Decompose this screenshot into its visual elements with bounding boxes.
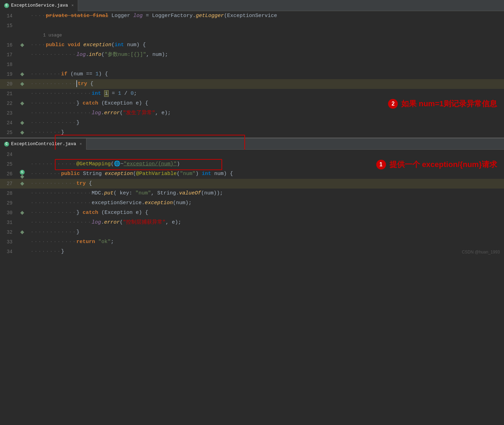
tab-exception-controller[interactable]: C ExceptionController.java × bbox=[0, 139, 86, 150]
line-25-content: ········} bbox=[28, 128, 504, 138]
bottom-gutter-25 bbox=[17, 159, 28, 169]
code-line-19: 19 ········if (num == 1) { bbox=[0, 69, 504, 79]
line-num-14: 14 bbox=[0, 11, 17, 21]
code-line-14: 14 ····private static final Logger log =… bbox=[0, 11, 504, 21]
bottom-gutter-33 bbox=[17, 237, 28, 247]
bottom-line-30-content: ············} catch (Exception e) { bbox=[28, 208, 504, 218]
gutter-24 bbox=[17, 118, 28, 128]
bottom-num-28: 28 bbox=[0, 189, 17, 198]
code-line-21: 21 ················int i = 1 / 0; bbox=[0, 89, 504, 99]
line-20-content: ············try { bbox=[28, 79, 504, 89]
tab-close-button-2[interactable]: × bbox=[79, 142, 82, 146]
gutter-16 bbox=[17, 40, 28, 50]
gutter-usage bbox=[17, 31, 28, 40]
code-line-22: 22 ············} catch (Exception e) { 2… bbox=[0, 99, 504, 108]
gutter-25 bbox=[17, 128, 28, 138]
line-21-content: ················int i = 1 / 0; bbox=[28, 89, 504, 99]
bottom-num-30: 30 bbox=[0, 208, 17, 218]
gutter-18 bbox=[17, 60, 28, 69]
bottom-num-33: 33 bbox=[0, 237, 17, 247]
code-line-25: 25 ········} bbox=[0, 128, 504, 138]
tab-close-button[interactable]: × bbox=[72, 3, 74, 8]
line-num-23: 23 bbox=[0, 108, 17, 118]
gutter-19 bbox=[17, 69, 28, 79]
java-file-icon: C bbox=[4, 3, 9, 8]
line-16-content: ····public void exception(int num) { bbox=[28, 40, 504, 50]
bottom-line-25: 25 ············@GetMapping(🌐~"exception/… bbox=[0, 159, 504, 169]
line-24-content: ············} bbox=[28, 118, 504, 128]
bottom-gutter-31 bbox=[17, 218, 28, 227]
bottom-tab-bar: C ExceptionController.java × bbox=[0, 139, 504, 150]
code-line-usage: 1 usage bbox=[0, 31, 504, 40]
code-line-24: 24 ············} bbox=[0, 118, 504, 128]
line-num-25: 25 bbox=[0, 128, 17, 138]
bottom-line-24: 24 bbox=[0, 150, 504, 159]
bottom-line-24-content bbox=[28, 150, 504, 159]
line-num-22: 22 bbox=[0, 99, 17, 108]
line-usage-content: 1 usage bbox=[28, 31, 504, 40]
bottom-gutter-27 bbox=[17, 179, 28, 189]
gutter-14 bbox=[17, 11, 28, 21]
bottom-line-33: 33 ············return "ok"; bbox=[0, 237, 504, 247]
bottom-line-34: 34 ········} bbox=[0, 247, 504, 257]
bottom-line-31: 31 ················log.error("控制层捕获异常", … bbox=[0, 218, 504, 227]
tab-exception-service[interactable]: C ExceptionService.java × bbox=[0, 0, 78, 11]
line-17-content: ············log.info("参数num:[{}]", num); bbox=[28, 50, 504, 60]
line-num-20: 20 bbox=[0, 79, 17, 89]
gutter-15 bbox=[17, 21, 28, 31]
bottom-line-29-content: ················exceptionService.excepti… bbox=[28, 198, 504, 208]
editor-container: C ExceptionService.java × 14 ····private… bbox=[0, 0, 504, 257]
bottom-num-34: 34 bbox=[0, 247, 17, 257]
bottom-gutter-30 bbox=[17, 208, 28, 218]
bottom-num-26: 26 bbox=[0, 169, 17, 179]
line-num-16: 16 bbox=[0, 40, 17, 50]
line-num-19: 19 bbox=[0, 69, 17, 79]
line-14-content: ····private static final Logger log = Lo… bbox=[28, 11, 504, 21]
bottom-line-26: 26 C ········public String exception(@Pa… bbox=[0, 169, 504, 179]
gutter-17 bbox=[17, 50, 28, 60]
bottom-num-27: 27 bbox=[0, 179, 17, 189]
bottom-num-31: 31 bbox=[0, 218, 17, 227]
bottom-line-25-content: ············@GetMapping(🌐~"exception/{nu… bbox=[28, 159, 504, 169]
bottom-gutter-34 bbox=[17, 247, 28, 257]
java-file-icon-2: C bbox=[4, 142, 9, 147]
line-num-17: 17 bbox=[0, 50, 17, 60]
bottom-gutter-29 bbox=[17, 198, 28, 208]
line-num-15: 15 bbox=[0, 21, 17, 31]
bottom-line-28: 28 ················MDC.put( key: "num", … bbox=[0, 189, 504, 198]
code-line-17: 17 ············log.info("参数num:[{}]", nu… bbox=[0, 50, 504, 60]
gutter-22 bbox=[17, 99, 28, 108]
gutter-20 bbox=[17, 79, 28, 89]
line-num-24: 24 bbox=[0, 118, 17, 128]
bottom-gutter-32 bbox=[17, 227, 28, 237]
bottom-gutter-26: C bbox=[17, 169, 28, 179]
gutter-21 bbox=[17, 89, 28, 99]
code-line-15: 15 bbox=[0, 21, 504, 31]
bottom-line-31-content: ················log.error("控制层捕获异常", e); bbox=[28, 218, 504, 227]
bottom-line-33-content: ············return "ok"; bbox=[28, 237, 504, 247]
line-num-21: 21 bbox=[0, 89, 17, 99]
bottom-line-30: 30 ············} catch (Exception e) { bbox=[0, 208, 504, 218]
bottom-line-27: 27 ············try { bbox=[0, 179, 504, 189]
line-18-content bbox=[28, 60, 504, 69]
line-23-content: ················log.error("发生了异常", e); bbox=[28, 108, 504, 118]
line-15-content bbox=[28, 21, 504, 31]
tab-filename: ExceptionService.java bbox=[11, 3, 68, 8]
bottom-line-32: 32 ············} bbox=[0, 227, 504, 237]
bottom-line-32-content: ············} bbox=[28, 227, 504, 237]
bottom-line-26-content: ········public String exception(@PathVar… bbox=[28, 169, 504, 179]
bottom-code-panel: 24 25 ············@GetMapping(🌐~"excepti… bbox=[0, 150, 504, 257]
line-num-18: 18 bbox=[0, 60, 17, 69]
top-code-lines: 14 ····private static final Logger log =… bbox=[0, 11, 504, 138]
bottom-num-25: 25 bbox=[0, 159, 17, 169]
bottom-line-34-content: ········} bbox=[28, 247, 504, 257]
bottom-num-24: 24 bbox=[0, 150, 17, 159]
bottom-num-29: 29 bbox=[0, 198, 17, 208]
line-num-usage bbox=[0, 31, 17, 40]
code-line-16: 16 ····public void exception(int num) { bbox=[0, 40, 504, 50]
bottom-gutter-28 bbox=[17, 189, 28, 198]
line-19-content: ········if (num == 1) { bbox=[28, 69, 504, 79]
bottom-line-28-content: ················MDC.put( key: "num", Str… bbox=[28, 189, 504, 198]
top-tab-bar: C ExceptionService.java × bbox=[0, 0, 504, 11]
tab-filename-2: ExceptionController.java bbox=[11, 141, 76, 147]
